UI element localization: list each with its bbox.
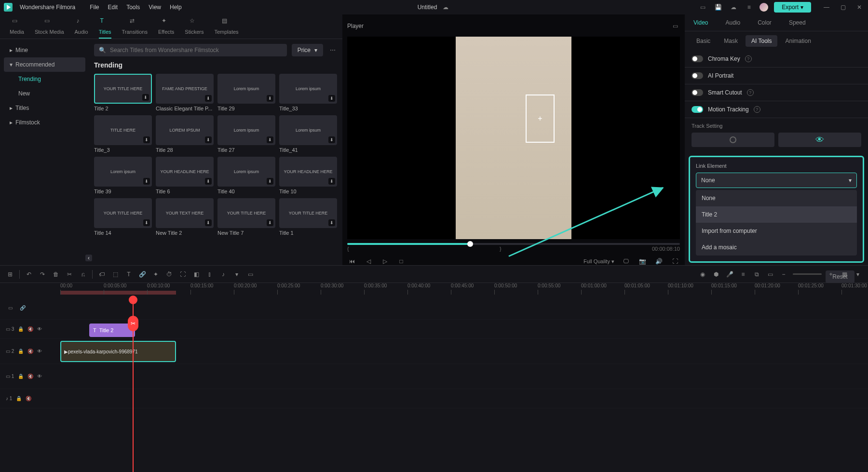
- sidebar-trending[interactable]: Trending: [4, 72, 85, 86]
- media-tab-media[interactable]: ▭Media: [10, 17, 24, 39]
- player-settings-icon[interactable]: ▭: [670, 21, 680, 31]
- option-none[interactable]: None: [696, 190, 857, 206]
- avatar[interactable]: [760, 3, 768, 12]
- download-icon[interactable]: ⬇: [328, 95, 335, 102]
- download-icon[interactable]: ⬇: [205, 219, 212, 226]
- eye-icon[interactable]: 👁: [37, 374, 42, 379]
- speed-icon[interactable]: ⏱: [165, 270, 174, 279]
- scrubber-handle[interactable]: [467, 241, 473, 247]
- download-icon[interactable]: ⬇: [205, 178, 212, 185]
- mute-icon[interactable]: 🔇: [26, 396, 31, 401]
- smart-cutout-toggle[interactable]: [692, 89, 703, 96]
- media-tab-stickers[interactable]: ☆Stickers: [185, 17, 203, 39]
- save-icon[interactable]: 💾: [713, 2, 723, 12]
- download-icon[interactable]: ⬇: [205, 95, 212, 102]
- motion-tracking-toggle[interactable]: [692, 106, 703, 113]
- prop-tab-audio[interactable]: Audio: [717, 14, 749, 31]
- step-back-icon[interactable]: ◁: [364, 256, 373, 266]
- download-icon[interactable]: ⬇: [143, 178, 150, 185]
- thumb-title-29[interactable]: Lorem Ipsum⬇Title 29: [217, 74, 275, 111]
- menu-edit[interactable]: Edit: [108, 4, 118, 11]
- lock-icon[interactable]: 🔒: [16, 396, 22, 401]
- search-input[interactable]: [110, 47, 282, 54]
- subtab-mask[interactable]: Mask: [718, 35, 744, 47]
- eye-icon[interactable]: 👁: [37, 349, 42, 354]
- subtab-basic[interactable]: Basic: [691, 35, 716, 47]
- menu-help[interactable]: Help: [170, 4, 182, 11]
- audio-icon[interactable]: ♪: [219, 270, 228, 279]
- player-scrubber[interactable]: [347, 243, 680, 245]
- media-tab-effects[interactable]: ✦Effects: [158, 17, 174, 39]
- align-icon[interactable]: ⫿: [205, 270, 214, 279]
- thumb-classic-elegant-title-p---[interactable]: FAME AND PRESTIGE⬇Classic Elegant Title …: [156, 74, 214, 111]
- prop-tab-color[interactable]: Color: [749, 14, 780, 31]
- thumb-title-41[interactable]: Lorem ipsum⬇Title_41: [279, 115, 337, 153]
- mix-icon[interactable]: ◉: [698, 270, 707, 279]
- marker-icon[interactable]: ▾: [232, 270, 241, 279]
- layout-icon[interactable]: ▭: [698, 2, 707, 12]
- prop-tab-video[interactable]: Video: [685, 14, 717, 31]
- prop-tab-speed[interactable]: Speed: [780, 14, 814, 31]
- menu-tools[interactable]: Tools: [126, 4, 140, 11]
- play-icon[interactable]: ▷: [380, 256, 390, 266]
- video-clip[interactable]: ▶ pexels-vlada-karpovich-9968971: [60, 341, 176, 362]
- mute-icon[interactable]: 🔇: [27, 349, 33, 354]
- price-filter[interactable]: Price ▾: [292, 44, 323, 56]
- tag-icon[interactable]: 🏷: [97, 270, 106, 279]
- timeline-ruler[interactable]: 00:000:00:05:000:00:10:000:00:15:000:00:…: [0, 283, 868, 297]
- download-icon[interactable]: ⬇: [267, 95, 273, 102]
- subtab-ai-tools[interactable]: AI Tools: [746, 35, 777, 47]
- cloud-icon[interactable]: ☁: [729, 2, 738, 12]
- help-icon[interactable]: ?: [745, 55, 752, 62]
- download-icon[interactable]: ⬇: [267, 178, 273, 185]
- thumb-title-1[interactable]: YOUR TITLE HERE⬇Title 1: [279, 198, 337, 236]
- zoom-out-icon[interactable]: −: [779, 270, 788, 279]
- track-box-simple[interactable]: [692, 133, 774, 147]
- volume-icon[interactable]: 🔊: [654, 256, 664, 266]
- track-box-advanced[interactable]: 👁: [778, 133, 861, 147]
- download-icon[interactable]: ⬇: [328, 136, 335, 143]
- group-icon[interactable]: ⧉: [752, 270, 761, 279]
- menu-file[interactable]: File: [90, 4, 99, 11]
- menu-view[interactable]: View: [149, 4, 161, 11]
- maximize-icon[interactable]: ▢: [838, 2, 848, 12]
- quality-dropdown[interactable]: Full Quality ▾: [583, 258, 614, 265]
- thumb-title-6[interactable]: YOUR HEADLINE HERE⬇Title 6: [156, 157, 214, 194]
- download-icon[interactable]: ⬇: [328, 219, 335, 226]
- close-icon[interactable]: ✕: [854, 2, 864, 12]
- sidebar-recommended[interactable]: ▾ Recommended: [4, 57, 85, 72]
- download-icon[interactable]: ⬇: [267, 136, 273, 143]
- mic-icon[interactable]: 🎤: [725, 270, 734, 279]
- download-icon[interactable]: ⬇: [142, 94, 149, 101]
- prev-frame-icon[interactable]: ⏮: [347, 256, 357, 266]
- link-element-dropdown[interactable]: None ▾: [696, 173, 857, 188]
- help-icon[interactable]: ?: [747, 89, 754, 96]
- thumb-title-10[interactable]: YOUR HEADLINE HERE⬇Title 10: [279, 157, 337, 194]
- mute-icon[interactable]: 🔇: [27, 374, 33, 379]
- shield-icon[interactable]: ⬢: [712, 270, 720, 279]
- export-button[interactable]: Export ▾: [774, 2, 811, 13]
- cloud-sync-icon[interactable]: ☁: [441, 2, 450, 12]
- split-icon[interactable]: ⎌: [79, 270, 87, 279]
- download-icon[interactable]: ⬇: [143, 219, 150, 226]
- option-mosaic[interactable]: Add a mosaic: [696, 239, 857, 256]
- track-link-icon[interactable]: 🔗: [18, 304, 27, 312]
- view-icon[interactable]: ▦: [840, 270, 849, 279]
- snapshot-icon[interactable]: 📷: [637, 256, 647, 266]
- collapse-sidebar-icon[interactable]: ‹: [85, 255, 92, 261]
- media-tab-stock-media[interactable]: ▭Stock Media: [35, 17, 64, 39]
- ai-portrait-toggle[interactable]: [692, 72, 703, 79]
- grid-icon[interactable]: ⊞: [6, 270, 14, 279]
- minimize-icon[interactable]: —: [822, 2, 831, 12]
- text-icon[interactable]: T: [124, 270, 133, 279]
- lock-icon[interactable]: 🔒: [18, 349, 24, 354]
- display-icon[interactable]: 🖵: [621, 256, 631, 266]
- thumb-new-title-2[interactable]: YOUR TEXT HERE⬇New Title 2: [156, 198, 214, 236]
- sidebar-mine[interactable]: ▸ Mine: [4, 43, 85, 57]
- link-icon[interactable]: 🔗: [138, 270, 147, 279]
- download-icon[interactable]: ⬇: [328, 178, 335, 185]
- hamburger-icon[interactable]: ≡: [744, 2, 754, 12]
- crop-icon[interactable]: ⬚: [111, 270, 120, 279]
- thumb-title-33[interactable]: Lorem ipsum⬇Title_33: [279, 74, 337, 111]
- eye-icon[interactable]: 👁: [37, 326, 42, 332]
